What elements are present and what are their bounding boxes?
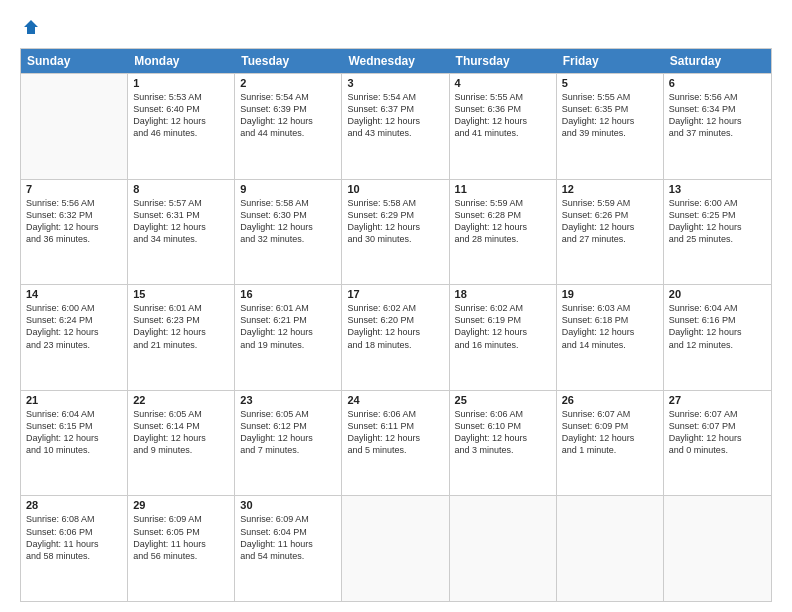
day-number: 2 [240,77,336,89]
day-info: Sunrise: 5:54 AM Sunset: 6:39 PM Dayligh… [240,91,336,140]
day-info: Sunrise: 6:02 AM Sunset: 6:20 PM Dayligh… [347,302,443,351]
day-number: 23 [240,394,336,406]
day-info: Sunrise: 6:00 AM Sunset: 6:25 PM Dayligh… [669,197,766,246]
cal-cell: 8Sunrise: 5:57 AM Sunset: 6:31 PM Daylig… [128,180,235,285]
cal-week-3: 14Sunrise: 6:00 AM Sunset: 6:24 PM Dayli… [21,284,771,390]
day-info: Sunrise: 5:55 AM Sunset: 6:35 PM Dayligh… [562,91,658,140]
day-info: Sunrise: 6:06 AM Sunset: 6:11 PM Dayligh… [347,408,443,457]
day-info: Sunrise: 6:02 AM Sunset: 6:19 PM Dayligh… [455,302,551,351]
cal-cell: 27Sunrise: 6:07 AM Sunset: 6:07 PM Dayli… [664,391,771,496]
day-number: 19 [562,288,658,300]
cal-cell [450,496,557,601]
cal-header-sunday: Sunday [21,49,128,73]
calendar-body: 1Sunrise: 5:53 AM Sunset: 6:40 PM Daylig… [21,73,771,601]
cal-cell [664,496,771,601]
cal-cell: 5Sunrise: 5:55 AM Sunset: 6:35 PM Daylig… [557,74,664,179]
cal-cell: 23Sunrise: 6:05 AM Sunset: 6:12 PM Dayli… [235,391,342,496]
logo [20,18,40,40]
day-number: 5 [562,77,658,89]
cal-header-friday: Friday [557,49,664,73]
cal-header-tuesday: Tuesday [235,49,342,73]
cal-cell: 3Sunrise: 5:54 AM Sunset: 6:37 PM Daylig… [342,74,449,179]
cal-cell: 22Sunrise: 6:05 AM Sunset: 6:14 PM Dayli… [128,391,235,496]
cal-cell: 19Sunrise: 6:03 AM Sunset: 6:18 PM Dayli… [557,285,664,390]
cal-cell: 26Sunrise: 6:07 AM Sunset: 6:09 PM Dayli… [557,391,664,496]
cal-header-thursday: Thursday [450,49,557,73]
day-number: 10 [347,183,443,195]
cal-cell: 11Sunrise: 5:59 AM Sunset: 6:28 PM Dayli… [450,180,557,285]
calendar: SundayMondayTuesdayWednesdayThursdayFrid… [20,48,772,602]
day-number: 29 [133,499,229,511]
day-number: 20 [669,288,766,300]
day-info: Sunrise: 5:59 AM Sunset: 6:26 PM Dayligh… [562,197,658,246]
day-number: 9 [240,183,336,195]
day-info: Sunrise: 5:58 AM Sunset: 6:30 PM Dayligh… [240,197,336,246]
cal-week-4: 21Sunrise: 6:04 AM Sunset: 6:15 PM Dayli… [21,390,771,496]
day-info: Sunrise: 6:03 AM Sunset: 6:18 PM Dayligh… [562,302,658,351]
day-number: 17 [347,288,443,300]
day-info: Sunrise: 5:55 AM Sunset: 6:36 PM Dayligh… [455,91,551,140]
day-info: Sunrise: 6:05 AM Sunset: 6:14 PM Dayligh… [133,408,229,457]
cal-cell: 6Sunrise: 5:56 AM Sunset: 6:34 PM Daylig… [664,74,771,179]
day-info: Sunrise: 5:54 AM Sunset: 6:37 PM Dayligh… [347,91,443,140]
day-info: Sunrise: 6:01 AM Sunset: 6:21 PM Dayligh… [240,302,336,351]
cal-cell: 9Sunrise: 5:58 AM Sunset: 6:30 PM Daylig… [235,180,342,285]
day-info: Sunrise: 6:01 AM Sunset: 6:23 PM Dayligh… [133,302,229,351]
day-number: 11 [455,183,551,195]
day-number: 16 [240,288,336,300]
day-number: 8 [133,183,229,195]
svg-marker-0 [24,20,38,34]
day-number: 26 [562,394,658,406]
calendar-header: SundayMondayTuesdayWednesdayThursdayFrid… [21,49,771,73]
day-number: 12 [562,183,658,195]
day-info: Sunrise: 6:05 AM Sunset: 6:12 PM Dayligh… [240,408,336,457]
day-number: 22 [133,394,229,406]
day-info: Sunrise: 5:53 AM Sunset: 6:40 PM Dayligh… [133,91,229,140]
day-number: 1 [133,77,229,89]
cal-cell: 21Sunrise: 6:04 AM Sunset: 6:15 PM Dayli… [21,391,128,496]
day-number: 7 [26,183,122,195]
cal-cell: 17Sunrise: 6:02 AM Sunset: 6:20 PM Dayli… [342,285,449,390]
day-number: 18 [455,288,551,300]
cal-week-1: 1Sunrise: 5:53 AM Sunset: 6:40 PM Daylig… [21,73,771,179]
day-info: Sunrise: 6:09 AM Sunset: 6:05 PM Dayligh… [133,513,229,562]
day-number: 21 [26,394,122,406]
day-info: Sunrise: 5:59 AM Sunset: 6:28 PM Dayligh… [455,197,551,246]
day-info: Sunrise: 6:07 AM Sunset: 6:09 PM Dayligh… [562,408,658,457]
cal-cell: 16Sunrise: 6:01 AM Sunset: 6:21 PM Dayli… [235,285,342,390]
day-number: 28 [26,499,122,511]
day-info: Sunrise: 6:00 AM Sunset: 6:24 PM Dayligh… [26,302,122,351]
logo-icon [22,18,40,40]
day-info: Sunrise: 6:06 AM Sunset: 6:10 PM Dayligh… [455,408,551,457]
day-number: 13 [669,183,766,195]
cal-header-wednesday: Wednesday [342,49,449,73]
cal-header-saturday: Saturday [664,49,771,73]
page: SundayMondayTuesdayWednesdayThursdayFrid… [0,0,792,612]
day-number: 3 [347,77,443,89]
day-number: 24 [347,394,443,406]
cal-cell: 2Sunrise: 5:54 AM Sunset: 6:39 PM Daylig… [235,74,342,179]
cal-cell [557,496,664,601]
day-number: 14 [26,288,122,300]
day-number: 27 [669,394,766,406]
day-info: Sunrise: 6:04 AM Sunset: 6:15 PM Dayligh… [26,408,122,457]
day-info: Sunrise: 6:04 AM Sunset: 6:16 PM Dayligh… [669,302,766,351]
day-number: 4 [455,77,551,89]
cal-cell [342,496,449,601]
day-number: 30 [240,499,336,511]
cal-week-2: 7Sunrise: 5:56 AM Sunset: 6:32 PM Daylig… [21,179,771,285]
cal-cell: 7Sunrise: 5:56 AM Sunset: 6:32 PM Daylig… [21,180,128,285]
day-info: Sunrise: 6:07 AM Sunset: 6:07 PM Dayligh… [669,408,766,457]
cal-cell: 29Sunrise: 6:09 AM Sunset: 6:05 PM Dayli… [128,496,235,601]
cal-cell: 20Sunrise: 6:04 AM Sunset: 6:16 PM Dayli… [664,285,771,390]
day-info: Sunrise: 5:56 AM Sunset: 6:32 PM Dayligh… [26,197,122,246]
day-number: 25 [455,394,551,406]
cal-cell: 15Sunrise: 6:01 AM Sunset: 6:23 PM Dayli… [128,285,235,390]
cal-cell: 14Sunrise: 6:00 AM Sunset: 6:24 PM Dayli… [21,285,128,390]
day-info: Sunrise: 5:56 AM Sunset: 6:34 PM Dayligh… [669,91,766,140]
header [20,18,772,40]
cal-cell: 10Sunrise: 5:58 AM Sunset: 6:29 PM Dayli… [342,180,449,285]
cal-week-5: 28Sunrise: 6:08 AM Sunset: 6:06 PM Dayli… [21,495,771,601]
cal-cell: 1Sunrise: 5:53 AM Sunset: 6:40 PM Daylig… [128,74,235,179]
day-info: Sunrise: 5:58 AM Sunset: 6:29 PM Dayligh… [347,197,443,246]
